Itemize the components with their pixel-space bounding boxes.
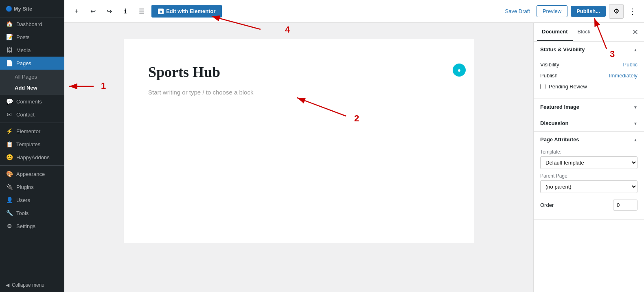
sidebar-divider-2: [0, 165, 64, 166]
sidebar-item-comments[interactable]: 💬 Comments: [0, 95, 64, 108]
visibility-row: Visibility Public: [540, 59, 637, 70]
settings-icon: ⚙: [6, 223, 13, 229]
order-input[interactable]: [613, 200, 637, 211]
parent-page-select[interactable]: (no parent): [540, 180, 637, 193]
featured-image-toggle-icon: [633, 104, 637, 110]
status-visibility-header[interactable]: Status & Visibility: [534, 42, 644, 57]
gear-icon: ⚙: [613, 7, 619, 15]
featured-image-section: Featured Image: [534, 99, 644, 115]
sidebar-item-templates[interactable]: 📋 Templates: [0, 138, 64, 151]
order-row: Order: [540, 197, 637, 213]
sidebar-subitem-all-pages[interactable]: All Pages: [0, 71, 64, 82]
document-settings-button[interactable]: ⚙: [609, 4, 624, 19]
info-button[interactable]: ℹ: [119, 5, 132, 18]
collapse-arrow-icon: ◀: [6, 282, 9, 288]
sidebar-item-plugins[interactable]: 🔌 Plugins: [0, 180, 64, 193]
redo-icon: ↪: [107, 7, 112, 15]
dashboard-icon: 🏠: [6, 21, 13, 27]
sidebar-item-dashboard[interactable]: 🏠 Dashboard: [0, 18, 64, 31]
right-panel: Document Block ✕ Status & Visibility Vis…: [533, 23, 644, 292]
featured-image-header[interactable]: Featured Image: [534, 99, 644, 115]
appearance-icon: 🎨: [6, 171, 13, 177]
pages-icon: 📄: [6, 60, 13, 66]
elementor-status-icon: ●: [453, 64, 466, 77]
plus-icon: ＋: [73, 7, 80, 15]
page-attributes-toggle-icon: [633, 136, 637, 143]
media-icon: 🖼: [6, 47, 13, 53]
pages-submenu: All Pages Add New: [0, 70, 64, 95]
happyaddons-icon: 😊: [6, 154, 13, 160]
undo-icon: ↩: [90, 7, 96, 15]
discussion-toggle-icon: [633, 120, 637, 126]
sidebar-item-appearance[interactable]: 🎨 Appearance: [0, 167, 64, 180]
redo-button[interactable]: ↪: [103, 5, 116, 18]
ellipsis-icon: ⋮: [629, 7, 637, 16]
content-placeholder: Start writing or type / to choose a bloc…: [148, 89, 449, 96]
main-area: ＋ ↩ ↪ ℹ ☰ e Edit with Elementor Save Dra…: [64, 0, 644, 292]
info-icon: ℹ: [124, 7, 127, 15]
template-select[interactable]: Default template Elementor Canvas Elemen…: [540, 156, 637, 169]
edit-with-elementor-button[interactable]: e Edit with Elementor: [151, 5, 222, 18]
sidebar: 🔵 My Site 🏠 Dashboard 📝 Posts 🖼 Media 📄 …: [0, 0, 64, 292]
page-title-input[interactable]: [148, 64, 449, 81]
publish-value[interactable]: Immediately: [609, 72, 637, 79]
pending-review-row: Pending Review: [540, 81, 637, 92]
comments-icon: 💬: [6, 98, 13, 105]
save-draft-button[interactable]: Save Draft: [502, 7, 533, 16]
sidebar-item-happyaddons[interactable]: 😊 HappyAddons: [0, 151, 64, 164]
discussion-header[interactable]: Discussion: [534, 115, 644, 131]
sidebar-item-posts[interactable]: 📝 Posts: [0, 31, 64, 44]
panel-tabs: Document Block ✕: [534, 23, 644, 42]
sidebar-item-elementor[interactable]: ⚡ Elementor: [0, 125, 64, 138]
undo-button[interactable]: ↩: [86, 5, 99, 18]
collapse-menu[interactable]: ◀ Collapse menu: [0, 278, 64, 292]
sidebar-item-settings[interactable]: ⚙ Settings: [0, 220, 64, 233]
templates-icon: 📋: [6, 141, 13, 147]
sidebar-subitem-add-new[interactable]: Add New: [0, 82, 64, 93]
sidebar-divider-1: [0, 123, 64, 123]
editor-area[interactable]: ● Start writing or type / to choose a bl…: [64, 23, 533, 292]
tools-icon: 🔧: [6, 210, 13, 216]
visibility-value[interactable]: Public: [623, 61, 637, 68]
discussion-section: Discussion: [534, 115, 644, 132]
sidebar-item-contact[interactable]: ✉ Contact: [0, 108, 64, 121]
template-label: Template:: [540, 149, 637, 155]
preview-button[interactable]: Preview: [537, 5, 567, 17]
sidebar-item-tools[interactable]: 🔧 Tools: [0, 206, 64, 220]
sidebar-brand: 🔵 My Site: [0, 0, 64, 18]
publish-row: Publish Immediately: [540, 70, 637, 81]
sidebar-item-pages[interactable]: 📄 Pages: [0, 57, 64, 70]
more-options-button[interactable]: ⋮: [627, 5, 638, 18]
editor-toolbar: ＋ ↩ ↪ ℹ ☰ e Edit with Elementor Save Dra…: [64, 0, 644, 23]
posts-icon: 📝: [6, 34, 13, 40]
tab-block[interactable]: Block: [573, 23, 596, 41]
elementor-logo-icon: e: [158, 9, 164, 14]
status-visibility-section: Status & Visibility Visibility Public Pu…: [534, 42, 644, 99]
page-attributes-header[interactable]: Page Attributes: [534, 132, 644, 147]
status-visibility-content: Visibility Public Publish Immediately Pe…: [534, 57, 644, 99]
panel-close-button[interactable]: ✕: [630, 26, 641, 38]
editor-panel-wrapper: ● Start writing or type / to choose a bl…: [64, 23, 644, 292]
add-block-button[interactable]: ＋: [70, 5, 83, 18]
publish-button[interactable]: Publish...: [571, 6, 606, 17]
contact-icon: ✉: [6, 111, 13, 118]
parent-page-label: Parent Page:: [540, 173, 637, 179]
pending-review-checkbox[interactable]: [540, 84, 545, 89]
page-attributes-section: Page Attributes Template: Default templa…: [534, 132, 644, 220]
status-visibility-toggle-icon: [633, 46, 637, 53]
editor-canvas: ● Start writing or type / to choose a bl…: [124, 39, 474, 243]
tools-menu-button[interactable]: ☰: [135, 5, 148, 18]
sidebar-item-media[interactable]: 🖼 Media: [0, 44, 64, 57]
users-icon: 👤: [6, 197, 13, 203]
elementor-icon: ⚡: [6, 128, 13, 134]
plugins-icon: 🔌: [6, 184, 13, 190]
menu-icon: ☰: [139, 7, 145, 15]
tab-document[interactable]: Document: [537, 23, 573, 41]
page-attributes-content: Template: Default template Elementor Can…: [534, 147, 644, 220]
sidebar-item-users[interactable]: 👤 Users: [0, 193, 64, 206]
